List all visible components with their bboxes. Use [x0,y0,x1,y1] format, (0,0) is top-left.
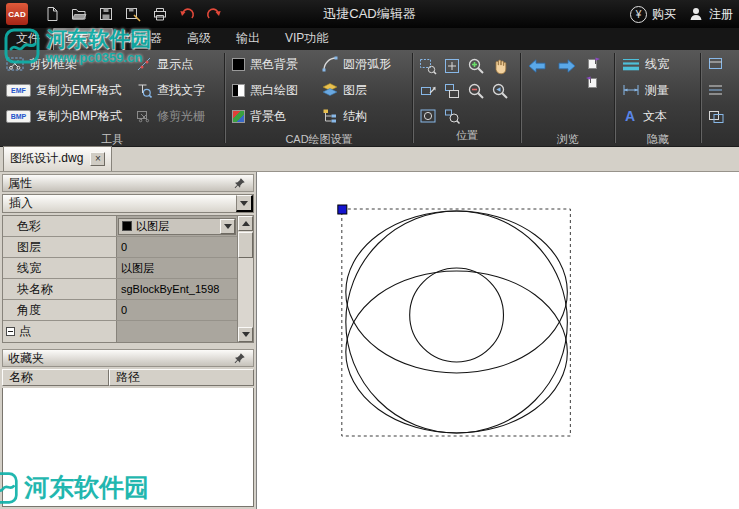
chevron-down-icon [240,201,248,206]
column-path[interactable]: 路径 [109,369,254,386]
save-button[interactable] [96,4,116,24]
clipped-button-3[interactable] [704,103,728,129]
black-white-icon [232,84,245,97]
background-color-button[interactable]: 背景色 [228,103,316,129]
undo-button[interactable] [177,4,197,24]
zoom-window-button[interactable] [418,55,439,76]
properties-pin-button[interactable] [231,176,248,191]
scroll-down-button[interactable] [238,327,253,342]
zoom-in-icon [467,57,485,75]
property-label: 点 [19,323,31,340]
pin-icon [234,352,246,364]
ribbon-group-hide: 线宽 测量 A 文本 隐藏 [616,50,700,146]
zoom-scale-button[interactable] [442,80,463,101]
property-value[interactable]: 0 [117,300,237,320]
ribbon-group-clipped [702,50,739,146]
document-tab[interactable]: 图纸设计.dwg × [3,146,112,171]
close-tab-button[interactable]: × [90,152,105,166]
tab-vip[interactable]: VIP功能 [273,27,340,50]
open-file-button[interactable] [69,4,89,24]
scroll-track[interactable] [238,231,253,327]
pan-button[interactable] [490,55,511,76]
pan-hand-icon [491,57,509,75]
layers-button[interactable]: 图层 [318,77,395,103]
show-points-button[interactable]: 显示点 [132,51,209,77]
column-name[interactable]: 名称 [2,369,109,386]
property-value[interactable]: 0 [117,237,237,257]
lineweight-button[interactable]: 线宽 [618,51,673,77]
favorites-list[interactable] [2,388,254,507]
background-color-icon [232,110,245,123]
print-button[interactable] [150,4,170,24]
clip-frame-button[interactable]: 剪切框架 [2,51,130,77]
scroll-up-button[interactable] [238,216,253,231]
undo-icon [179,6,195,22]
zoom-out-button[interactable] [466,80,487,101]
clipped-icon-1 [708,57,724,71]
zoom-all-button[interactable] [418,105,439,126]
scroll-thumb[interactable] [238,232,253,258]
page-flag-alt-button[interactable] [584,74,602,90]
chevron-down-icon [224,224,232,229]
structure-button[interactable]: 结构 [318,103,395,129]
zoom-object-icon [443,107,461,125]
zoom-object-button[interactable] [442,105,463,126]
favorites-header: 收藏夹 [2,349,254,367]
clipped-button-1[interactable] [704,51,728,77]
property-value[interactable]: 以图层 [117,258,237,278]
tab-advanced[interactable]: 高级 [175,27,223,50]
save-as-button[interactable] [123,4,143,24]
bmp-badge-icon: BMP [6,110,31,123]
black-background-button[interactable]: 黑色背景 [228,51,316,77]
back-button[interactable] [524,55,550,77]
forward-button[interactable] [554,55,580,77]
black-white-draw-button[interactable]: 黑白绘图 [228,77,316,103]
smooth-arc-button[interactable]: 圆滑弧形 [318,51,395,77]
collapse-icon[interactable] [6,327,15,336]
print-icon [152,6,168,22]
zoom-previous-button[interactable] [490,80,511,101]
register-label: 注册 [709,6,733,23]
color-combo[interactable]: 以图层 [118,218,236,235]
property-category[interactable]: 点 [3,321,117,342]
tab-editor[interactable]: 编辑器 [114,27,174,50]
copy-bmp-button[interactable]: BMP 复制为BMP格式 [2,103,130,129]
favorites-pin-button[interactable] [231,351,248,366]
find-text-button[interactable]: 查找文字 [132,77,209,103]
page-flag-button[interactable] [584,55,602,71]
tab-viewer[interactable]: 查看器 [53,27,113,50]
measure-button[interactable]: 测量 [618,77,673,103]
trim-raster-icon [136,108,152,124]
clipped-button-2[interactable] [704,77,728,103]
tab-output[interactable]: 输出 [224,27,272,50]
zoom-dynamic-button[interactable] [418,80,439,101]
property-value[interactable]: sgBlockByEnt_1598 [117,279,237,299]
button-label: 圆滑弧形 [343,56,391,73]
main-area: 属性 插入 色彩 以图层 [0,172,739,509]
copy-emf-button[interactable]: EMF 复制为EMF格式 [2,77,130,103]
text-button[interactable]: A 文本 [618,103,673,129]
button-label: 黑色背景 [250,56,298,73]
favorites-columns: 名称 路径 [2,369,254,386]
color-dropdown-button[interactable] [220,219,235,234]
insert-dropdown-button[interactable] [236,195,253,212]
color-swatch [122,221,132,231]
properties-title: 属性 [8,175,32,192]
register-button[interactable]: 注册 [688,6,733,23]
redo-button[interactable] [204,4,224,24]
buy-button[interactable]: ¥ 购买 [630,6,676,23]
tab-file[interactable]: 文件 [4,27,52,50]
favorites-title: 收藏夹 [8,350,44,367]
drawing-canvas[interactable] [256,172,739,509]
property-row: 色彩 以图层 [3,216,237,237]
zoom-extents-button[interactable] [442,55,463,76]
property-label: 线宽 [3,258,117,278]
canvas-svg[interactable] [257,172,739,509]
structure-icon [322,108,338,124]
app-window: CAD 迅捷CAD编辑器 ¥ 购买 注册 文件 查看器 编辑器 高级 输 [0,0,739,509]
insert-select[interactable]: 插入 [2,194,254,213]
trim-raster-button[interactable]: 修剪光栅 [132,103,209,129]
zoom-in-button[interactable] [466,55,487,76]
properties-scrollbar[interactable] [237,216,253,342]
new-file-button[interactable] [42,4,62,24]
